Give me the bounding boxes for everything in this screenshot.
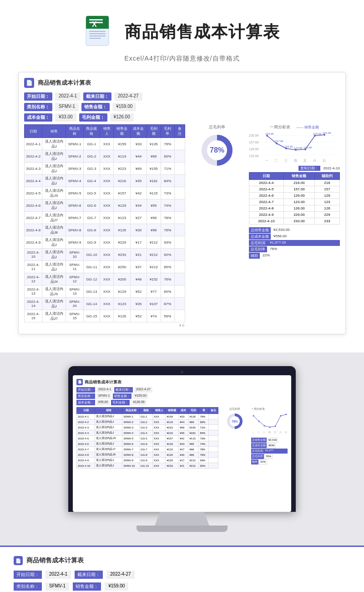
monitor-stand [155, 512, 209, 526]
sale-amount-label: 销售金额： [81, 103, 110, 111]
line-chart: 235.99 157.99 129.99 123.99 一 二 三 四 五 六 [249, 132, 340, 164]
svg-point-40 [314, 135, 316, 137]
svg-text:二: 二 [275, 159, 278, 162]
total-sale-label: 总销售金额 [249, 227, 271, 233]
total-sale-value: ¥2,533.00 [272, 227, 292, 233]
start-date-value: 2022-4-1 [55, 92, 81, 101]
svg-text:三: 三 [284, 159, 288, 162]
bottom-product-val: SFMV-1 [46, 582, 69, 591]
subtitle: Excel/A4打印/内容随意修改/自带格式 [124, 55, 239, 63]
svg-text:六: 六 [313, 159, 316, 162]
summary-box: 总销售金额 ¥2,533.00 总成本金额 ¥556.00 总毛利润 ¥1,97… [249, 227, 340, 259]
product-name-label: 类别名称： [24, 103, 52, 111]
col-rate: 毛利率 [161, 125, 174, 138]
col-date: 日期 [25, 125, 42, 138]
svg-text:五: 五 [303, 159, 307, 162]
monitor-section: 📄 商品销售成本计算表 开始日期： 2022-4-1 截来日期： 2022-4-… [0, 352, 364, 546]
total-cost-value: ¥556.00 [272, 234, 288, 240]
table-row: 2022-4-8送人清洁内品J8SFMV-8GG-8XXX¥126¥30¥967… [25, 224, 185, 236]
monitor-table-row: 2022-4-1送人清洁内品JSFMV-1GG-1XXX¥159¥33¥1267… [77, 414, 218, 419]
side-col-date: 日期 [249, 173, 284, 180]
weekly-title: 一周分析表 —— 销售金额 [249, 124, 340, 130]
chart-legend: —— 销售金额 [296, 125, 319, 129]
sheet-doc-icon: 📄 [24, 78, 34, 88]
monitor-start-val: 2022-4-1 [96, 387, 113, 393]
svg-point-50 [286, 414, 287, 415]
info-row-3: 成本金额： ¥33.00 毛利金额： ¥126.00 [24, 113, 340, 122]
svg-text:123.99: 123.99 [249, 154, 259, 158]
table-row: 2022-4-5送人清洁内品JSSFMV-5GG-5XXX¥157¥42¥115… [25, 187, 185, 199]
monitor-cost-val: ¥35.00 [96, 400, 110, 405]
cost-amount-value: ¥33.00 [55, 113, 76, 122]
bottom-end-val: 2022-4-27 [106, 571, 135, 579]
bottom-title: 商品销售成本计算表 [26, 556, 84, 565]
bottom-partial: 📄 商品销售成本计算表 开始日期： 2022-4-1 截来日期： 2022-4-… [0, 546, 364, 592]
svg-point-41 [324, 134, 325, 136]
svg-rect-8 [89, 33, 106, 34]
audit-date: 查制日期： 2022-4-10 [249, 166, 340, 171]
bottom-sale-label: 销售金额： [73, 582, 101, 591]
table-row: 2022-4-14送人清洁内品JSFMV-24GG-14XXX¥123¥26¥1… [25, 298, 185, 310]
table-row: 2022-4-11送人清洁内品JSFMV-11GG-11XXX¥250¥37¥2… [25, 261, 185, 273]
svg-point-49 [280, 415, 282, 417]
main-title: 商品销售成本计算表 [125, 21, 280, 43]
svg-point-35 [266, 135, 268, 137]
svg-text:四: 四 [294, 159, 297, 162]
monitor-table-row: 2022-4-9送人清洁内品JSFMV-9GG-9XXX¥229¥17¥2129… [77, 458, 218, 463]
monitor-start-label: 开始日期： [76, 387, 95, 393]
table-row: 2022-4-12送人清洁内品J4SFMV-12GG-12XXX¥200¥48¥… [25, 273, 185, 286]
monitor-screen: 📄 商品销售成本计算表 开始日期： 2022-4-1 截来日期： 2022-4-… [68, 366, 296, 512]
product-name-value: SFMV-1 [55, 103, 79, 111]
col-note: 备注 [174, 125, 185, 138]
side-table-row: 2022-4-6129.00129 [249, 193, 340, 199]
sheet-preview-top: 📄 商品销售成本计算表 开始日期： 2022-4-1 截来日期： 2022-4-… [18, 72, 346, 334]
end-date-label: 截来日期： [83, 92, 111, 101]
svg-text:129.99: 129.99 [249, 148, 259, 151]
side-col-assist: 辅助列 [315, 173, 340, 180]
end-date-value: 2022-4-27 [114, 92, 142, 101]
monitor-table-row: 2022-4-10送人清洁内品JSFMV-10GG-10XXX¥233¥21¥2… [77, 463, 218, 469]
sale-amount-value: ¥159.00 [112, 103, 136, 111]
gross-profit-value: ¥126.00 [110, 113, 134, 122]
table-row: 2022-4-4送人清洁内品JSFMV-4GG-4XXX¥216¥35¥1818… [25, 175, 185, 187]
top-section: X 商品销售成本计算表 Excel/A4打印/内容随意修改/自带格式 📄 商品销… [0, 0, 364, 352]
side-table-row: 2022-4-4216.00216 [249, 180, 340, 186]
svg-point-45 [258, 421, 260, 422]
sheet-title: 商品销售成本计算表 [38, 79, 91, 87]
svg-text:126.99: 126.99 [303, 146, 312, 149]
col-spec: 商品规格 [83, 125, 100, 138]
bottom-end-label: 截来日期： [75, 571, 103, 579]
bottom-info-row-1: 开始日期： 2022-4-1 截来日期： 2022-4-27 [14, 571, 350, 579]
svg-text:X: X [92, 20, 97, 28]
monitor-table-row: 2022-4-5送人清洁内品JSSFMV-5GG-5XXX¥157¥42¥115… [77, 436, 218, 441]
svg-text:六: 六 [279, 431, 282, 434]
bottom-start-label: 开始日期： [14, 571, 42, 579]
side-table-row: 2022-4-8126.00126 [249, 205, 340, 212]
monitor-base [136, 526, 228, 532]
svg-rect-10 [89, 38, 101, 39]
bottom-info-row-2: 类别名称： SFMV-1 销售金额： ¥159.00 [14, 582, 350, 591]
monitor-table-row: 2022-4-6送人清洁内品JSFMV-6GG-6XXX¥129¥34¥9574… [77, 441, 218, 447]
table-row: 2022-4-2送人清洁内品JSFMV-2GG-2XXX¥119¥44¥6660… [25, 150, 185, 163]
svg-point-47 [269, 427, 271, 428]
bottom-icon: 📄 [14, 556, 23, 565]
monitor-table-row: 2022-4-8送人清洁内品J8SFMV-8GG-8XXX¥126¥30¥967… [77, 452, 218, 458]
monitor-cost-label: 成本金额： [76, 400, 95, 405]
col-product: 商品名称 [66, 125, 84, 138]
bottom-start-val: 2022-4-1 [46, 571, 71, 579]
side-table-row: 2022-4-5157.00157 [249, 186, 340, 193]
table-row: 2022-4-1送人清洁内品JSFMV-1GG-1XXX¥159¥33¥1267… [25, 138, 185, 150]
monitor-table: 日期 销售 商品名称 规格 销售人 销售额 成本 毛利 率 备注 [76, 407, 218, 469]
donut-chart: 78% [199, 132, 235, 168]
svg-rect-3 [86, 25, 109, 29]
start-date-label: 开始日期： [24, 92, 52, 101]
total-gross-label: 总毛利润 [249, 240, 267, 246]
svg-text:229.99: 229.99 [313, 133, 322, 135]
sheet-content-area: 日期 销售 商品名称 商品规格 销售人 销售金额 成本金额 毛利额 毛利率 备注 [24, 124, 340, 328]
svg-point-37 [285, 148, 287, 149]
table-row: 2022-4-13送人清洁内品JSSFMV-13GG-13XXX¥129¥52¥… [25, 286, 185, 298]
table-row: 2022-4-7送人清洁内品J7SFMV-7GG-7XXX¥123¥27¥967… [25, 212, 185, 224]
side-table-row: 2022-4-10233.00233 [249, 218, 340, 225]
side-col-sale: 销售金额 [283, 173, 314, 180]
monitor-table-row: 2022-4-3送人清洁内品JSFMV-3GG-3XXX¥223¥69¥1557… [77, 425, 218, 430]
